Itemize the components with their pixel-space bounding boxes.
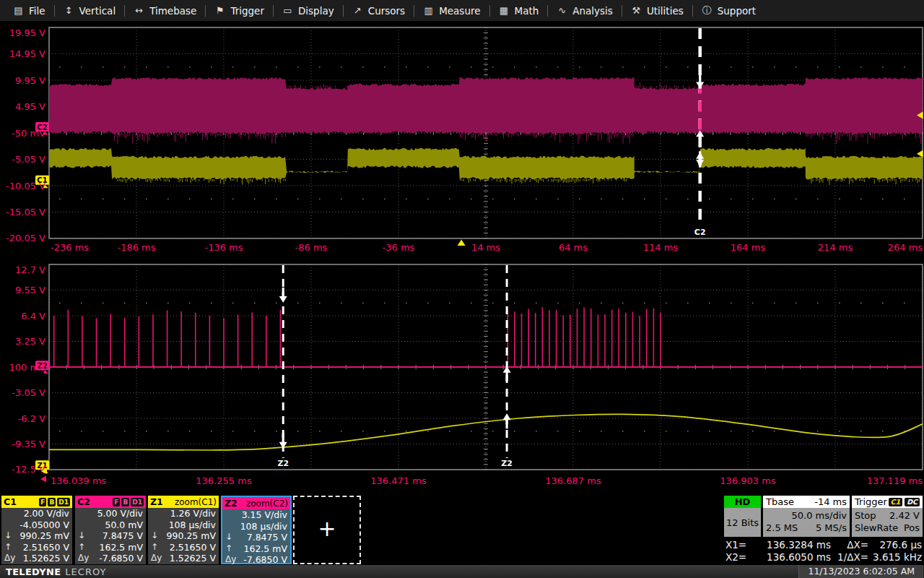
trace-badge-f: F (39, 498, 46, 506)
descriptor-row-value: 1.26 V/div (170, 508, 216, 519)
y-axis-label: -9.35 V (12, 439, 45, 449)
x-axis-label: 164 ms (731, 242, 766, 253)
dot-row (254, 66, 256, 67)
y-axis-label: -6.2 V (18, 413, 45, 424)
menu-item-analysis[interactable]: ∿Analysis (548, 0, 622, 22)
dot-row (666, 66, 667, 67)
descriptor-row: ↓7.8475 V (75, 530, 146, 542)
descriptor-c1[interactable]: C1FBD12.00 V/div-4.05000 V↓990.25 mV↑2.5… (1, 496, 72, 564)
dot-row (103, 66, 104, 67)
dot-row (124, 431, 126, 431)
dot-row (362, 199, 364, 199)
dot-row (59, 431, 61, 431)
y-axis-label: -15.05 V (6, 207, 45, 217)
descriptor-header: C1FBD1 (1, 496, 72, 508)
x1-value: 136.3284 ms (754, 539, 831, 551)
dot-row (796, 303, 797, 303)
dot-row (384, 66, 385, 67)
display-monitor-icon: ▭ (282, 5, 293, 16)
dot-row (557, 66, 559, 67)
menu-item-display[interactable]: ▭Display (274, 0, 343, 22)
trigger-position-marker[interactable] (458, 240, 466, 246)
dot-row (731, 199, 732, 199)
menu-item-math[interactable]: ▦Math (490, 0, 548, 22)
invdx-label: 1/ΔX= (831, 551, 868, 564)
dot-row (297, 303, 299, 303)
dot-row (384, 303, 385, 303)
teledyne-lecroy-logo: TELEDYNE LECROY (6, 566, 106, 577)
dot-row (167, 199, 169, 199)
dot-row (536, 199, 537, 199)
trace-descriptor-row: + HD 12 Bits Tbase -14 ms 50.0 ms/div 2.… (0, 496, 924, 565)
menu-item-timebase[interactable]: ↔Timebase (125, 0, 205, 22)
descriptor-row-value: 162.5 mV (100, 542, 144, 553)
dot-row (211, 431, 212, 431)
descriptor-row: 108 µs/div (222, 521, 290, 532)
math-calculator-icon: ▦ (499, 5, 510, 16)
menu-item-support[interactable]: ⓘSupport (693, 0, 764, 22)
x-axis-label: 136.471 ms (370, 475, 427, 486)
dot-row (103, 303, 104, 303)
dot-row (146, 66, 147, 67)
dot-row (189, 431, 191, 431)
dot-row (254, 431, 256, 431)
dot-row (276, 303, 277, 303)
y-axis-label: -10.05 V (6, 181, 45, 191)
descriptor-row: Δy1.52625 V (148, 553, 219, 564)
menu-item-file[interactable]: ▤File (4, 0, 54, 22)
timebase-label: Tbase (766, 496, 794, 507)
dot-row (384, 431, 385, 431)
dot-row (319, 199, 321, 199)
descriptor-row: 1.26 V/div (148, 508, 219, 519)
menu-item-label: Timebase (149, 5, 196, 17)
add-trace-button[interactable]: + (293, 496, 361, 564)
dot-row (644, 66, 645, 67)
menu-item-utilities[interactable]: ⚒Utilities (622, 0, 692, 22)
trigger-source-badge: C1 (889, 498, 903, 506)
descriptor-row: 2.00 V/div (1, 508, 72, 519)
dot-row (232, 303, 234, 303)
dot-row (666, 431, 667, 431)
descriptor-c2[interactable]: C2FBD15.00 V/div50.0 mV↓7.8475 V↑162.5 m… (75, 496, 146, 564)
menu-item-cursors[interactable]: ↗Cursors (344, 0, 414, 22)
dot-row (406, 66, 407, 67)
descriptor-row-key: Δy (4, 553, 15, 564)
y-axis-label: 9.55 V (15, 285, 45, 296)
dot-row (319, 303, 321, 303)
x-axis-label: -236 ms (51, 242, 89, 253)
timebase-descriptor[interactable]: Tbase -14 ms 50.0 ms/div 2.5 MS 5 MS/s (763, 496, 850, 537)
descriptor-header: Z1zoom(C1) (148, 496, 219, 508)
menu-item-vertical[interactable]: ↕Vertical (55, 0, 125, 22)
dot-row (406, 199, 407, 199)
menu-item-trigger[interactable]: ⚑Trigger (206, 0, 273, 22)
dot-row (860, 303, 862, 303)
descriptor-row: ↑2.51650 V (148, 542, 219, 553)
descriptor-row-value: -7.6850 V (99, 553, 143, 564)
trigger-type: SlewRate (855, 522, 898, 534)
x2-label: X2= (725, 551, 754, 564)
dot-row (601, 199, 602, 199)
dot-row (449, 66, 450, 67)
y-axis-label: 6.4 V (21, 311, 45, 322)
menu-item-measure[interactable]: ▥Measure (414, 0, 489, 22)
dot-row (839, 303, 840, 303)
descriptor-row-key: ↑ (225, 543, 232, 555)
descriptor-row-key: ↑ (151, 542, 158, 553)
dot-row (211, 66, 212, 67)
descriptor-row: 3.15 V/div (222, 509, 290, 521)
descriptor-z2[interactable]: Z2zoom(C2)3.15 V/div108 µs/div↓7.8475 V↑… (221, 496, 292, 564)
descriptor-z1[interactable]: Z1zoom(C1)1.26 V/div108 µs/div↓990.25 mV… (148, 496, 219, 564)
descriptor-row-key: ↓ (78, 530, 85, 542)
hd-mode-box[interactable]: HD 12 Bits (724, 496, 761, 537)
x-axis-label: -136 ms (204, 242, 243, 253)
trigger-descriptor[interactable]: Trigger C1 DC Stop 2.42 V SlewRate Pos (852, 496, 923, 537)
dx-value: 276.6 µs (868, 539, 922, 551)
descriptor-row: Δy-7.6850 V (75, 553, 146, 564)
dot-row (103, 431, 104, 431)
trace-id: C1 (4, 496, 17, 507)
vertical-arrows-icon: ↕ (64, 5, 74, 16)
menu-item-label: Trigger (230, 5, 264, 17)
descriptor-header: C2FBD1 (75, 496, 146, 508)
dot-row (666, 303, 667, 303)
dot-row (297, 66, 299, 67)
